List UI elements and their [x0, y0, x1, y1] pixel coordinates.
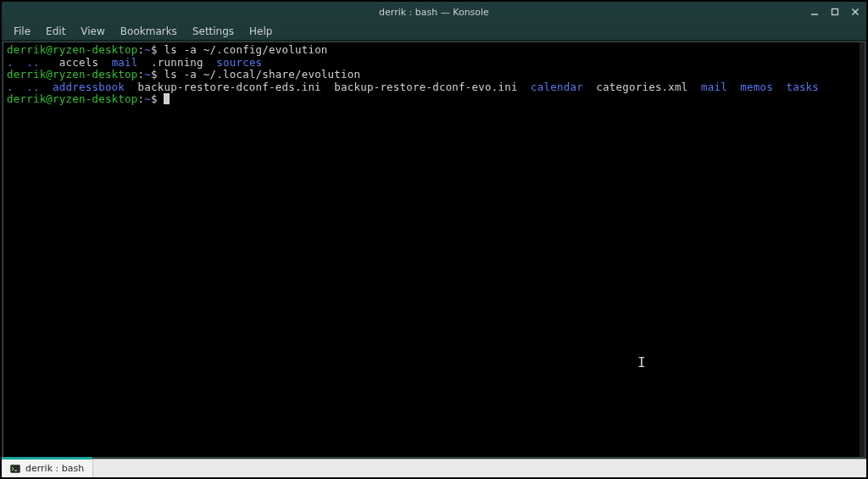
- menubar: File Edit View Bookmarks Settings Help: [2, 22, 866, 41]
- ls-entry-dir: addressbook: [53, 81, 125, 93]
- menu-help[interactable]: Help: [242, 24, 279, 39]
- ls-entry-dir: calendar: [531, 81, 583, 93]
- ls-entry-file: categories.xml: [596, 81, 687, 93]
- terminal-icon: [10, 464, 20, 474]
- ls-entry-dir: ..: [26, 56, 39, 69]
- menu-view[interactable]: View: [74, 24, 111, 39]
- minimize-button[interactable]: [809, 6, 821, 18]
- mouse-text-cursor-icon: I: [637, 356, 646, 370]
- ls-entry-dir: ..: [26, 81, 39, 93]
- tab-bar: derrik : bash: [2, 459, 866, 477]
- ls-entry-dir: memos: [740, 81, 773, 93]
- app-window: derrik : bash — Konsole File Edit View B…: [0, 0, 868, 479]
- maximize-button[interactable]: [829, 6, 841, 18]
- window-title: derrik : bash — Konsole: [379, 7, 489, 18]
- command-text: ls -a ~/.local/share/evolution: [164, 68, 360, 81]
- titlebar[interactable]: derrik : bash — Konsole: [2, 2, 866, 22]
- ls-entry-dir: mail: [701, 81, 727, 93]
- ls-entry-dir: sources: [216, 56, 262, 69]
- terminal-cursor: [164, 93, 170, 104]
- prompt-cwd: ~: [144, 43, 151, 56]
- prompt-user-host: derrik@ryzen-desktop: [7, 68, 138, 81]
- tab-label: derrik : bash: [25, 463, 84, 474]
- prompt-cwd: ~: [144, 68, 151, 81]
- svg-rect-1: [832, 9, 838, 15]
- ls-entry-dir: .: [7, 81, 14, 93]
- terminal-content: derrik@ryzen-desktop:~$ ls -a ~/.config/…: [3, 42, 865, 108]
- svg-rect-4: [11, 465, 20, 472]
- command-text: ls -a ~/.config/evolution: [164, 43, 327, 56]
- window-controls: [809, 2, 861, 22]
- ls-entry-dir: mail: [112, 56, 138, 69]
- ls-entry-file: backup-restore-dconf-eds.ini: [138, 81, 321, 93]
- ls-entry-file: .running: [151, 56, 203, 69]
- scrollbar-vertical[interactable]: [860, 42, 865, 457]
- menu-settings[interactable]: Settings: [186, 24, 241, 39]
- prompt-cwd: ~: [144, 92, 151, 105]
- terminal-viewport[interactable]: derrik@ryzen-desktop:~$ ls -a ~/.config/…: [3, 42, 865, 458]
- tab-terminal-session[interactable]: derrik : bash: [2, 460, 93, 477]
- prompt-user-host: derrik@ryzen-desktop: [7, 43, 138, 56]
- ls-entry-file: backup-restore-dconf-evo.ini: [334, 81, 517, 93]
- prompt-sigil: $: [151, 92, 158, 105]
- prompt-user-host: derrik@ryzen-desktop: [7, 92, 138, 105]
- menu-bookmarks[interactable]: Bookmarks: [114, 24, 184, 39]
- menu-edit[interactable]: Edit: [39, 24, 72, 39]
- prompt-sigil: $: [151, 43, 158, 56]
- ls-entry-dir: tasks: [786, 81, 819, 93]
- ls-entry-dir: .: [7, 56, 14, 69]
- ls-entry-file: accels: [59, 56, 98, 69]
- prompt-sigil: $: [151, 68, 158, 81]
- close-button[interactable]: [849, 6, 861, 18]
- menu-file[interactable]: File: [7, 24, 37, 39]
